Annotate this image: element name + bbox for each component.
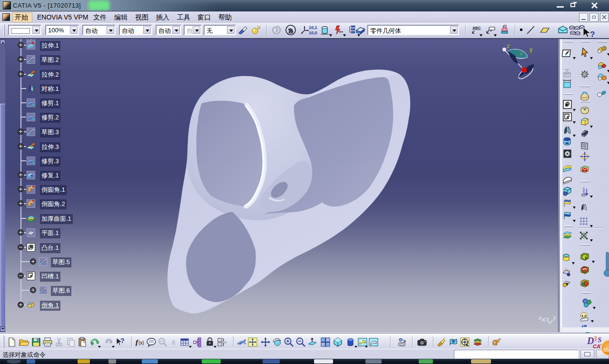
svg-text:ABC: ABC	[472, 26, 481, 30]
svg-text:?: ?	[120, 337, 125, 344]
svg-text:(x): (x)	[138, 340, 144, 345]
svg-text:8: 8	[172, 339, 175, 346]
svg-text:10,1: 10,1	[309, 25, 317, 30]
svg-text:x: x	[546, 316, 549, 322]
svg-text:z: z	[539, 315, 541, 321]
svg-text:S: S	[598, 336, 601, 344]
svg-text:y: y	[553, 315, 556, 320]
svg-text:?: ?	[590, 30, 595, 39]
svg-text:=: =	[224, 340, 226, 344]
svg-text:y: y	[530, 46, 532, 53]
svg-text:z: z	[507, 43, 510, 49]
svg-text:3: 3	[593, 335, 597, 343]
svg-text:x: x	[520, 51, 522, 56]
svg-text:10,0: 10,0	[309, 30, 317, 35]
